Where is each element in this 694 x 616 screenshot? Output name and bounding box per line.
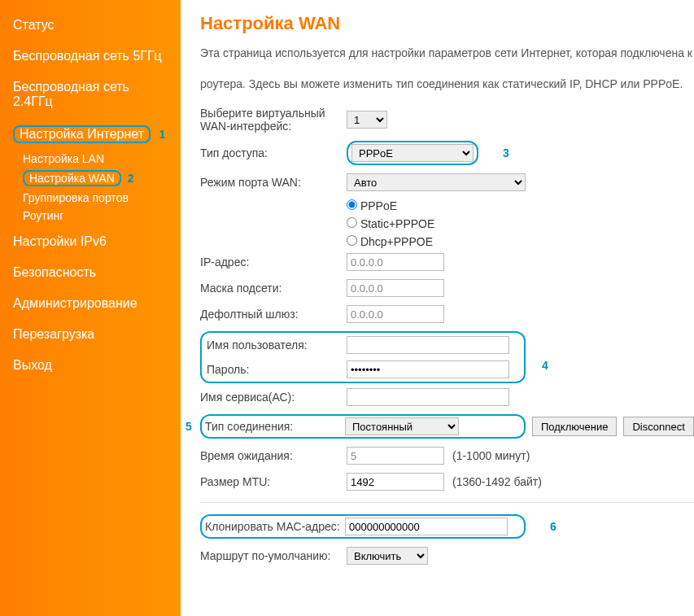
select-conn-type[interactable]: Постоянный — [345, 417, 459, 435]
label-virtual-wan: Выберите виртуальный WAN-интерфейс: — [200, 107, 347, 133]
label-password: Пароль: — [207, 363, 347, 376]
annotation-2: 2 — [128, 172, 134, 185]
radio-dhcp-pppoe-label: Dhcp+PPPOE — [360, 235, 433, 248]
label-wan-port-mode: Режим порта WAN: — [200, 176, 347, 189]
input-clone-mac[interactable] — [345, 518, 508, 535]
label-gateway: Дефолтный шлюз: — [200, 308, 347, 321]
nav-wireless-24ghz[interactable]: Беспроводная сеть 2.4ГГц — [0, 70, 181, 116]
nav-security[interactable]: Безопасность — [0, 256, 181, 286]
page-intro-1: Эта страница используется для настройки … — [200, 46, 694, 62]
nav-port-grouping[interactable]: Группировка портов — [0, 189, 181, 207]
label-default-route: Маршрут по-умолчанию: — [200, 549, 347, 562]
radio-static-pppoe[interactable] — [347, 217, 357, 228]
label-mask: Маска подсети: — [200, 282, 347, 295]
nav-routing[interactable]: Роутинг — [0, 207, 181, 225]
page-intro-2: роутера. Здесь вы можете изменить тип со… — [200, 76, 694, 93]
nav-wan-setup[interactable]: Настройка WAN 2 — [0, 168, 181, 189]
input-service-name[interactable] — [347, 388, 509, 406]
nav-wan-setup-label: Настройка WAN — [29, 172, 115, 185]
annotation-6: 6 — [550, 520, 557, 533]
nav-reboot[interactable]: Перезагрузка — [0, 317, 181, 348]
label-idle-time: Время ожидания: — [200, 449, 347, 462]
annotation-3: 3 — [503, 146, 509, 159]
nav-ipv6[interactable]: Настройки IPv6 — [0, 225, 181, 256]
nav-status[interactable]: Статус — [0, 8, 181, 39]
separator — [200, 502, 694, 503]
label-ip: IP-адрес: — [200, 256, 347, 269]
nav-lan-setup[interactable]: Настройка LAN — [0, 150, 181, 168]
label-access-type: Тип доступа: — [200, 146, 347, 159]
nav-logout[interactable]: Выход — [0, 348, 181, 379]
radio-dhcp-pppoe[interactable] — [347, 235, 357, 246]
nav-internet-setup[interactable]: Настройка Интернет 1 — [0, 116, 181, 150]
radio-pppoe[interactable] — [347, 199, 357, 210]
label-mtu: Размер MTU: — [200, 475, 347, 488]
input-username[interactable] — [347, 336, 509, 354]
page-title: Настройка WAN — [200, 13, 694, 34]
annotation-4: 4 — [542, 359, 548, 372]
nav-internet-setup-label: Настройка Интернет — [20, 127, 144, 141]
radio-static-pppoe-label: Static+PPPOE — [360, 217, 434, 230]
input-idle-time — [347, 447, 444, 465]
radio-pppoe-label: PPPoE — [360, 199, 397, 212]
annotation-1: 1 — [159, 128, 165, 141]
label-clone-mac: Клонировать МАС-адрес: — [205, 520, 345, 533]
nav-admin[interactable]: Администрирование — [0, 286, 181, 317]
hint-idle-time: (1-1000 минут) — [452, 449, 530, 462]
select-wan-port-mode[interactable]: Авто — [347, 173, 526, 191]
label-username: Имя пользователя: — [207, 339, 347, 352]
select-default-route[interactable]: Включить — [347, 547, 428, 565]
input-mask — [347, 279, 444, 297]
label-service-name: Имя сервиса(АС): — [200, 391, 347, 404]
annotation-5: 5 — [186, 420, 192, 433]
connect-button[interactable]: Подключение — [532, 417, 617, 436]
select-virtual-wan[interactable]: 1 — [347, 111, 387, 129]
hint-mtu: (1360-1492 байт) — [452, 475, 542, 488]
input-password[interactable] — [347, 360, 509, 378]
label-conn-type: Тип соединения: — [205, 420, 345, 433]
input-gateway — [347, 305, 444, 323]
input-mtu[interactable] — [347, 473, 444, 491]
nav-wireless-5ghz[interactable]: Беспроводная сеть 5ГГц — [0, 39, 181, 70]
disconnect-button[interactable]: Disconnect — [623, 417, 693, 436]
select-access-type[interactable]: PPPoE — [351, 144, 474, 162]
sidebar: Статус Беспроводная сеть 5ГГц Беспроводн… — [0, 0, 181, 616]
main-content: Настройка WAN Эта страница используется … — [181, 0, 694, 616]
input-ip — [347, 253, 444, 271]
